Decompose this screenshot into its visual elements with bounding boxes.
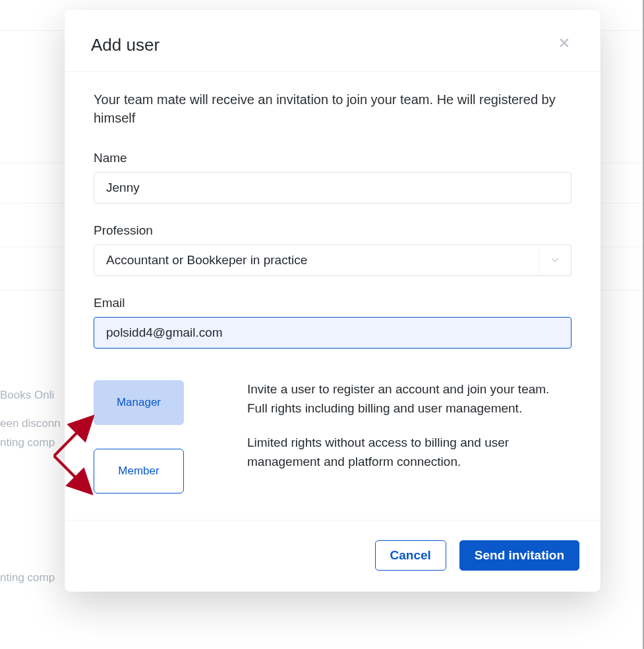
role-manager-button[interactable]: Manager bbox=[94, 380, 184, 425]
profession-field: Profession Accountant or Bookkeper in pr… bbox=[94, 223, 571, 276]
intro-text: Your team mate will receive an invitatio… bbox=[94, 90, 571, 127]
email-field: Email bbox=[94, 296, 571, 349]
role-member-button[interactable]: Member bbox=[94, 449, 184, 494]
chevron-down-icon bbox=[539, 246, 570, 275]
role-buttons: Manager Member bbox=[94, 380, 184, 494]
role-descriptions: Invite a user to register an account and… bbox=[247, 380, 571, 471]
email-input[interactable] bbox=[94, 317, 571, 349]
cancel-button[interactable]: Cancel bbox=[375, 540, 446, 571]
email-label: Email bbox=[94, 296, 571, 310]
modal-footer: Cancel Send invitation bbox=[65, 520, 600, 592]
close-button[interactable] bbox=[556, 35, 573, 52]
manager-description: Invite a user to register an account and… bbox=[247, 380, 571, 418]
member-description: Limited rights without access to billing… bbox=[247, 434, 571, 471]
close-icon bbox=[558, 36, 571, 49]
profession-select[interactable]: Accountant or Bookkeper in practice bbox=[94, 244, 571, 276]
name-label: Name bbox=[94, 151, 571, 165]
modal-body: Your team mate will receive an invitatio… bbox=[65, 72, 600, 520]
modal-header: Add user bbox=[65, 10, 600, 72]
add-user-modal: Add user Your team mate will receive an … bbox=[65, 10, 600, 592]
send-invitation-button[interactable]: Send invitation bbox=[459, 540, 579, 571]
modal-title: Add user bbox=[91, 35, 574, 55]
profession-label: Profession bbox=[94, 223, 571, 238]
name-field: Name bbox=[94, 151, 571, 204]
modal-backdrop: Add user Your team mate will receive an … bbox=[0, 0, 644, 649]
name-input[interactable] bbox=[94, 172, 571, 204]
role-section: Manager Member Invite a user to register… bbox=[94, 380, 571, 494]
